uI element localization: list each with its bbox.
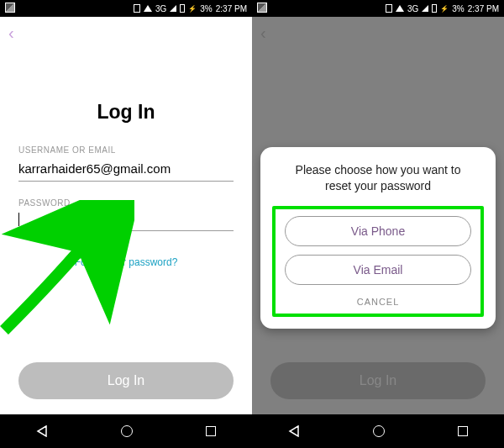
nav-recent-icon[interactable]: [206, 426, 216, 436]
signal-icon: [422, 5, 428, 12]
charging-icon: ⚡: [188, 5, 197, 13]
battery-label: 3%: [200, 4, 212, 13]
nav-back-icon[interactable]: [36, 425, 48, 437]
wifi-icon: [396, 5, 404, 12]
battery-label: 3%: [452, 4, 464, 13]
back-icon: ‹: [260, 24, 266, 43]
charging-icon: ⚡: [440, 5, 449, 13]
via-email-button[interactable]: Via Email: [285, 255, 472, 285]
username-field-group: USERNAME OR EMAIL: [18, 145, 234, 182]
back-icon[interactable]: ‹: [8, 24, 14, 43]
time-label: 2:37 PM: [216, 4, 247, 13]
wifi-icon: [144, 5, 152, 12]
password-field-group: PASSWORD: [18, 198, 234, 231]
battery-icon: [180, 4, 185, 13]
vibrate-icon: [134, 4, 140, 13]
android-nav-bar: [0, 414, 252, 448]
gallery-icon: [5, 3, 15, 13]
time-label: 2:37 PM: [468, 4, 499, 13]
nav-home-icon[interactable]: [121, 425, 133, 437]
login-screen: ‹ Log In USERNAME OR EMAIL PASSWORD Forg…: [0, 17, 252, 414]
login-screen-dimmed: ‹ Log In Please choose how you want to r…: [252, 17, 504, 414]
login-button-dimmed: Log In: [270, 362, 486, 399]
status-bar: 3G ⚡ 3% 2:37 PM: [0, 0, 252, 17]
modal-title: Please choose how you want to reset your…: [272, 162, 484, 194]
left-screenshot: 3G ⚡ 3% 2:37 PM ‹ Log In USERNAME OR EMA…: [0, 0, 252, 448]
android-nav-bar: [252, 414, 504, 448]
username-label: USERNAME OR EMAIL: [18, 145, 234, 155]
signal-icon: [170, 5, 176, 12]
nav-recent-icon[interactable]: [458, 426, 468, 436]
page-title: Log In: [18, 101, 234, 124]
username-input[interactable]: [18, 158, 234, 182]
password-label: PASSWORD: [18, 198, 234, 208]
forgot-password-link[interactable]: Forgot your password?: [18, 256, 234, 268]
cancel-button[interactable]: CANCEL: [281, 293, 475, 308]
nav-back-icon[interactable]: [288, 425, 300, 437]
highlighted-buttons-group: Via Phone Via Email CANCEL: [272, 206, 484, 317]
network-label: 3G: [155, 4, 166, 13]
right-screenshot: 3G ⚡ 3% 2:37 PM ‹ Log In Please choose h…: [252, 0, 504, 448]
network-label: 3G: [407, 4, 418, 13]
nav-home-icon[interactable]: [373, 425, 385, 437]
password-input[interactable]: [18, 211, 234, 231]
gallery-icon: [257, 3, 267, 13]
vibrate-icon: [386, 4, 392, 13]
login-button[interactable]: Log In: [18, 362, 234, 399]
status-bar: 3G ⚡ 3% 2:37 PM: [252, 0, 504, 17]
via-phone-button[interactable]: Via Phone: [285, 216, 472, 246]
battery-icon: [432, 4, 437, 13]
reset-password-modal: Please choose how you want to reset your…: [260, 147, 496, 329]
